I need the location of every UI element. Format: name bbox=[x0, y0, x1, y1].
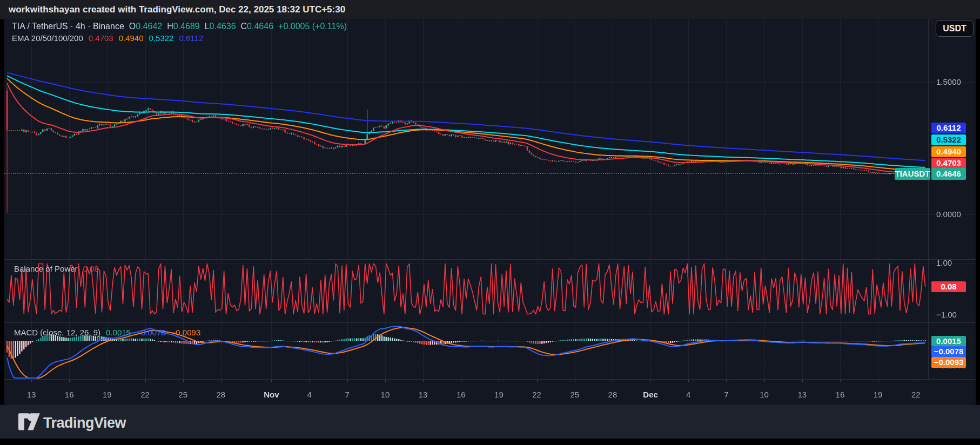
price-axis-tick: 1.5000 bbox=[936, 77, 961, 87]
ema-legend-value: 0.6112 bbox=[179, 33, 203, 43]
ohlc-letter: C bbox=[241, 22, 247, 31]
symbol-title: TIA / TetherUS · 4h · Binance bbox=[12, 22, 124, 31]
bop-axis-tick: −1.00 bbox=[936, 310, 957, 320]
macd-value-label-2: −0.0093 bbox=[931, 357, 966, 368]
ema-legend-value: 0.5322 bbox=[149, 33, 174, 43]
footer-bar bbox=[0, 405, 980, 439]
time-axis-tick-13: 13 bbox=[786, 390, 818, 399]
macd-current-values: 0.0015−0.0078−0.0093 bbox=[100, 328, 200, 337]
macd-value-label-0: 0.0015 bbox=[931, 336, 966, 347]
ohlc-values: O0.4642H0.4689L0.4636C0.4646 bbox=[124, 22, 273, 31]
macd-legend-value: −0.0093 bbox=[171, 328, 201, 337]
time-axis-tick-16: 16 bbox=[445, 390, 477, 399]
bop-pane-header[interactable]: Balance of Power0.08 bbox=[14, 264, 99, 273]
time-axis-tick-10: 10 bbox=[369, 390, 401, 399]
ohlc-value: 0.4642 bbox=[136, 22, 162, 31]
ema-legend-values: 0.47030.49400.53220.6112 bbox=[83, 33, 203, 43]
ohlc-letter: O bbox=[129, 22, 136, 31]
ema-legend-label: EMA 20/50/100/200 bbox=[12, 33, 83, 43]
ema-price-label-0: 0.6112 bbox=[931, 123, 966, 133]
time-axis-tick-7: 7 bbox=[710, 390, 742, 399]
price-axis-tick: 0.0000 bbox=[936, 210, 961, 219]
time-axis-tick-19: 19 bbox=[862, 390, 894, 399]
ema-legend-row[interactable]: EMA 20/50/100/2000.47030.49400.53220.611… bbox=[12, 33, 203, 43]
tradingview-logo-icon[interactable] bbox=[18, 413, 41, 434]
ema-price-label-3: 0.4703 bbox=[931, 158, 966, 168]
time-axis-tick-19: 19 bbox=[482, 390, 515, 399]
time-axis-tick-4: 4 bbox=[293, 390, 326, 399]
chart-canvas[interactable] bbox=[0, 0, 980, 445]
time-axis-tick-25: 25 bbox=[559, 390, 591, 399]
time-axis-tick-22: 22 bbox=[521, 390, 553, 399]
ohlc-letter: L bbox=[205, 22, 210, 31]
bop-axis-tick: 1.00 bbox=[936, 258, 952, 268]
tradingview-brand-text[interactable]: TradingView bbox=[43, 415, 126, 431]
time-axis-tick-16: 16 bbox=[53, 390, 85, 399]
time-axis-tick-19: 19 bbox=[91, 390, 123, 399]
time-axis-tick-13: 13 bbox=[407, 390, 439, 399]
ohlc-value: 0.4636 bbox=[210, 22, 236, 31]
symbol-legend-row[interactable]: TIA / TetherUS · 4h · BinanceO0.4642H0.4… bbox=[12, 22, 347, 31]
time-axis-tick-Dec: Dec bbox=[634, 390, 667, 399]
ema-legend-value: 0.4940 bbox=[119, 33, 144, 43]
ohlc-value: 0.4689 bbox=[173, 22, 200, 31]
macd-value-label-1: −0.0078 bbox=[931, 346, 966, 357]
time-axis-tick-28: 28 bbox=[596, 390, 629, 399]
macd-title: MACD (close, 12, 26, 9) bbox=[14, 328, 100, 337]
ema-price-label-1: 0.5322 bbox=[931, 134, 966, 145]
macd-legend-value: −0.0078 bbox=[136, 328, 166, 337]
price-change: +0.0005 (+0.11%) bbox=[278, 22, 347, 31]
time-axis-tick-28: 28 bbox=[205, 390, 237, 399]
time-axis-tick-13: 13 bbox=[15, 390, 48, 399]
time-axis-tick-Nov: Nov bbox=[255, 390, 287, 399]
bop-title: Balance of Power bbox=[14, 264, 78, 273]
ema-price-label-2: 0.4940 bbox=[931, 146, 966, 157]
macd-legend-value: 0.0015 bbox=[106, 328, 131, 337]
currency-toggle-button[interactable]: USDT bbox=[936, 20, 974, 37]
time-axis-tick-7: 7 bbox=[331, 390, 364, 399]
ohlc-value: 0.4646 bbox=[247, 22, 273, 31]
attribution-text: workwithshayan created with TradingView.… bbox=[9, 4, 345, 15]
ema-legend-value: 0.4703 bbox=[89, 33, 113, 43]
time-axis-tick-4: 4 bbox=[672, 390, 704, 399]
macd-pane-header[interactable]: MACD (close, 12, 26, 9)0.0015−0.0078−0.0… bbox=[14, 328, 200, 337]
time-axis-tick-22: 22 bbox=[129, 390, 162, 399]
last-price-label: 0.4646 bbox=[931, 168, 966, 180]
bop-current-value: 0.08 bbox=[83, 264, 99, 273]
time-axis-tick-10: 10 bbox=[748, 390, 781, 399]
bop-value-label: 0.08 bbox=[931, 281, 966, 292]
time-axis-tick-25: 25 bbox=[167, 390, 199, 399]
ohlc-letter: H bbox=[167, 22, 173, 31]
time-axis-tick-22: 22 bbox=[900, 390, 932, 399]
time-axis-tick-16: 16 bbox=[824, 390, 856, 399]
symbol-price-tag: TIAUSDT bbox=[895, 168, 930, 180]
